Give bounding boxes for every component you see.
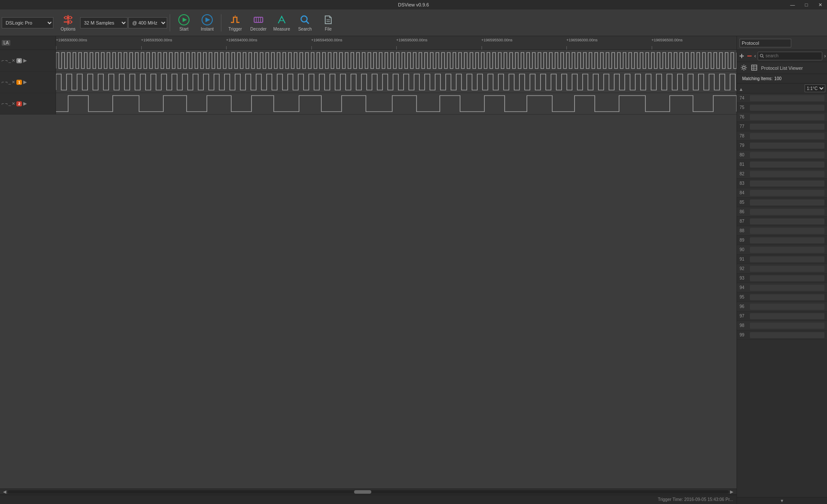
protocol-list-item[interactable]: 92: [737, 264, 827, 274]
protocol-row-data: [750, 304, 824, 310]
channel-badge-1: 1: [16, 80, 22, 85]
protocol-row-data: [750, 114, 824, 120]
protocol-list-item[interactable]: 97: [737, 311, 827, 321]
instant-button[interactable]: Instant: [196, 11, 218, 35]
scrollbar-thumb[interactable]: [354, 490, 371, 494]
scroll-right-arrow[interactable]: ▶: [729, 489, 735, 494]
protocol-list-item[interactable]: 91: [737, 255, 827, 264]
protocol-panel: ‹ › Protoc: [737, 36, 827, 504]
close-button[interactable]: ✕: [813, 0, 827, 9]
measure-button[interactable]: Measure: [270, 11, 293, 35]
matching-count: 100: [774, 76, 782, 81]
ruler-tick-label-1: +196593500.00ns: [141, 38, 172, 42]
proto-search-icon: [760, 54, 764, 58]
empty-waveform-area: [0, 115, 737, 488]
protocol-list[interactable]: 7475767778798081828384858687888990919293…: [737, 93, 827, 497]
freq-select[interactable]: @ 400 MHz: [128, 17, 167, 28]
protocol-row-number: 91: [740, 257, 750, 261]
protocol-list-item[interactable]: 75: [737, 103, 827, 112]
samples-select[interactable]: 32 M Samples: [80, 17, 127, 28]
protocol-list-item[interactable]: 76: [737, 112, 827, 122]
protocol-title-input[interactable]: [740, 39, 791, 47]
instant-icon: [201, 14, 213, 26]
protocol-list-item[interactable]: 93: [737, 274, 827, 283]
protocol-prev-button[interactable]: ‹: [754, 51, 756, 61]
protocol-list-item[interactable]: 90: [737, 245, 827, 255]
protocol-scroll-down[interactable]: ▼: [737, 497, 827, 504]
protocol-row-number: 75: [740, 105, 750, 110]
zoom-select[interactable]: 1:1°C: [805, 84, 825, 92]
main-area: LA +196593000.00ns+196593500.00ns+196594…: [0, 36, 827, 504]
protocol-list-item[interactable]: 78: [737, 131, 827, 141]
protocol-row-data: [750, 143, 824, 149]
protocol-row-number: 79: [740, 143, 750, 148]
decoder-label: Decoder: [250, 27, 267, 31]
protocol-row-data: [750, 285, 824, 291]
protocol-list-item[interactable]: 94: [737, 283, 827, 292]
protocol-row-number: 95: [740, 295, 750, 299]
search-icon: [299, 14, 311, 26]
protocol-list-item[interactable]: 96: [737, 302, 827, 311]
protocol-row-data: [750, 124, 824, 130]
svg-marker-9: [206, 18, 210, 22]
protocol-row-data: [750, 180, 824, 187]
protocol-list-item[interactable]: 74: [737, 93, 827, 103]
protocol-row-number: 88: [740, 228, 750, 233]
protocol-list-item[interactable]: 81: [737, 160, 827, 169]
channel-label-1: ⌐ ¬ _ ✕ 1 ▶: [0, 72, 56, 93]
protocol-search-input[interactable]: [765, 53, 820, 58]
decoder-button[interactable]: Decoder: [247, 11, 270, 35]
protocol-list-item[interactable]: 83: [737, 179, 827, 188]
ch-arrow-icon-1: ⌐: [2, 80, 4, 84]
ruler-tick-label-5: +196595500.00ns: [482, 38, 513, 42]
trigger-button[interactable]: Trigger: [224, 11, 246, 35]
protocol-row-number: 92: [740, 266, 750, 271]
ruler-tick-line-7: [652, 46, 652, 50]
ruler-tick-label-6: +196596000.00ns: [566, 38, 597, 42]
horizontal-scrollbar[interactable]: [8, 490, 729, 494]
maximize-button[interactable]: □: [799, 0, 813, 9]
protocol-list-item[interactable]: 84: [737, 188, 827, 198]
protocol-list-item[interactable]: 85: [737, 198, 827, 207]
gear-icon-button[interactable]: [740, 64, 748, 72]
ch-x-icon-1[interactable]: ✕: [12, 80, 15, 84]
protocol-row-data: [750, 209, 824, 215]
protocol-list-item[interactable]: 88: [737, 226, 827, 236]
ruler-tick-line-1: [141, 46, 142, 50]
protocol-list-item[interactable]: 98: [737, 321, 827, 330]
protocol-next-button[interactable]: ›: [824, 51, 826, 61]
protocol-row-number: 81: [740, 162, 750, 167]
protocol-list-item[interactable]: 95: [737, 292, 827, 302]
protocol-add-button[interactable]: [739, 51, 745, 61]
protocol-row-number: 93: [740, 276, 750, 280]
channel-row-1: ⌐ ¬ _ ✕ 1 ▶: [0, 72, 737, 93]
file-button[interactable]: File: [317, 11, 339, 35]
protocol-list-item[interactable]: 82: [737, 169, 827, 179]
search-button[interactable]: Search: [294, 11, 316, 35]
protocol-viewer-title-bar: Protocol List Viewer: [737, 62, 827, 74]
ruler-tick-line-0: [56, 46, 56, 50]
ch-x-icon-2[interactable]: ✕: [12, 101, 15, 106]
options-button[interactable]: Options: [57, 11, 79, 35]
protocol-list-item[interactable]: 99: [737, 330, 827, 340]
protocol-list-item[interactable]: 80: [737, 150, 827, 160]
protocol-list-item[interactable]: 87: [737, 217, 827, 226]
table-icon-button[interactable]: [751, 64, 759, 72]
protocol-list-item[interactable]: 79: [737, 141, 827, 150]
scroll-left-arrow[interactable]: ◀: [2, 489, 8, 494]
ch-minus-icon-0: _: [9, 58, 11, 63]
minimize-button[interactable]: —: [786, 0, 799, 9]
protocol-row-number: 74: [740, 96, 750, 100]
protocol-list-item[interactable]: 89: [737, 236, 827, 245]
protocol-list-item[interactable]: 86: [737, 207, 827, 217]
protocol-remove-button[interactable]: [746, 51, 752, 61]
start-button[interactable]: Start: [173, 11, 195, 35]
ch-x-icon-0[interactable]: ✕: [12, 58, 15, 63]
protocol-row-number: 98: [740, 323, 750, 328]
file-label: File: [325, 27, 332, 31]
collapse-icon[interactable]: ▲: [739, 87, 742, 90]
ch-down-icon-1: ¬: [5, 80, 8, 84]
protocol-list-item[interactable]: 77: [737, 122, 827, 131]
waveform-area: LA +196593000.00ns+196593500.00ns+196594…: [0, 36, 737, 504]
device-select[interactable]: DSLogic Pro: [2, 17, 53, 28]
